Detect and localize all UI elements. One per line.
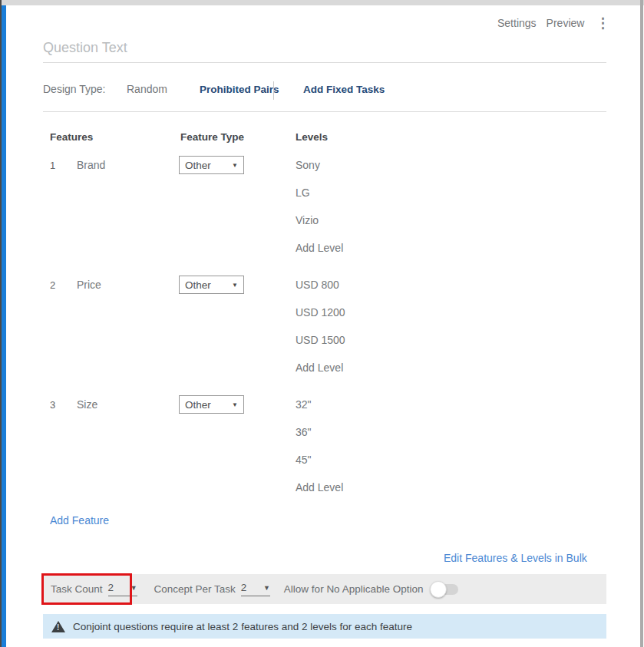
feature-name[interactable]: Brand: [77, 159, 105, 171]
feature-name[interactable]: Price: [77, 279, 101, 291]
chevron-down-icon: ▼: [232, 282, 238, 289]
feature-index: 2: [50, 279, 55, 291]
divider: [43, 62, 606, 63]
feature-type-selected-value: Other: [185, 399, 211, 411]
feature-type-select[interactable]: Other ▼: [179, 156, 244, 174]
top-window-strip: [2, 0, 644, 5]
preview-button[interactable]: Preview: [547, 17, 585, 29]
add-level-link[interactable]: Add Level: [296, 361, 345, 389]
level-item[interactable]: Vizio: [296, 214, 343, 242]
settings-button[interactable]: Settings: [497, 17, 537, 29]
kebab-menu-icon[interactable]: ⋮: [594, 17, 611, 29]
concept-per-task-value: 2: [241, 582, 247, 593]
task-count-value: 2: [108, 582, 114, 593]
feature-index: 1: [50, 160, 55, 171]
prohibited-pairs-link[interactable]: Prohibited Pairs: [200, 84, 279, 95]
conjoint-question-editor: Settings Preview ⋮ Question Text Design …: [0, 0, 644, 647]
levels-list: Sony LG Vizio Add Level: [296, 159, 343, 269]
level-item[interactable]: LG: [296, 187, 343, 214]
concept-per-task-dropdown[interactable]: 2 ▼: [241, 582, 270, 596]
notice-text: Conjoint questions require at least 2 fe…: [73, 621, 412, 632]
levels-list: 32" 36" 45" Add Level: [296, 398, 343, 509]
warning-icon: [51, 621, 65, 632]
scrollbar[interactable]: [640, 0, 643, 647]
level-item[interactable]: USD 1200: [296, 306, 345, 334]
design-type-row: Design Type: Random Prohibited Pairs Add…: [43, 83, 606, 98]
design-type-label: Design Type:: [43, 83, 105, 95]
question-text-input[interactable]: Question Text: [43, 40, 127, 56]
features-column-header: Features: [50, 131, 93, 143]
no-applicable-toggle[interactable]: [432, 584, 458, 595]
edit-features-levels-bulk-link[interactable]: Edit Features & Levels in Bulk: [444, 552, 587, 564]
question-header-actions: Settings Preview ⋮: [497, 17, 611, 29]
toggle-knob: [430, 581, 447, 598]
task-count-dropdown[interactable]: 2 ▼: [108, 582, 137, 596]
no-applicable-option-label: Allow for No Applicable Option: [284, 583, 424, 595]
levels-list: USD 800 USD 1200 USD 1500 Add Level: [296, 279, 345, 389]
chevron-down-icon: ▼: [232, 162, 238, 169]
feature-type-selected-value: Other: [185, 279, 211, 291]
divider: [43, 111, 606, 112]
design-type-value[interactable]: Random: [127, 83, 167, 95]
level-item[interactable]: 45": [296, 454, 343, 481]
conjoint-controls-bar: Task Count 2 ▼ Concept Per Task 2 ▼ Allo…: [43, 574, 606, 604]
level-item[interactable]: 32": [296, 398, 343, 426]
feature-name[interactable]: Size: [77, 398, 97, 411]
add-feature-link[interactable]: Add Feature: [50, 514, 109, 527]
level-item[interactable]: Sony: [296, 159, 343, 187]
concept-per-task-label: Concept Per Task: [154, 583, 236, 595]
feature-index: 3: [50, 399, 55, 411]
chevron-down-icon: ▼: [130, 584, 137, 592]
levels-column-header: Levels: [296, 131, 328, 143]
chevron-down-icon: ▼: [232, 401, 238, 408]
level-item[interactable]: 36": [296, 426, 343, 454]
conjoint-requirements-notice: Conjoint questions require at least 2 fe…: [43, 614, 606, 639]
feature-type-selected-value: Other: [185, 160, 211, 171]
add-level-link[interactable]: Add Level: [296, 242, 343, 269]
add-level-link[interactable]: Add Level: [296, 481, 343, 509]
chevron-down-icon: ▼: [263, 584, 270, 592]
vertical-divider: [273, 81, 274, 100]
add-fixed-tasks-link[interactable]: Add Fixed Tasks: [303, 84, 385, 95]
selected-question-indicator: [2, 5, 6, 647]
level-item[interactable]: USD 1500: [296, 334, 345, 361]
task-count-label: Task Count: [51, 583, 103, 595]
feature-type-select[interactable]: Other ▼: [179, 276, 244, 294]
feature-type-column-header: Feature Type: [180, 131, 244, 143]
level-item[interactable]: USD 800: [296, 279, 345, 306]
feature-type-select[interactable]: Other ▼: [179, 395, 244, 414]
